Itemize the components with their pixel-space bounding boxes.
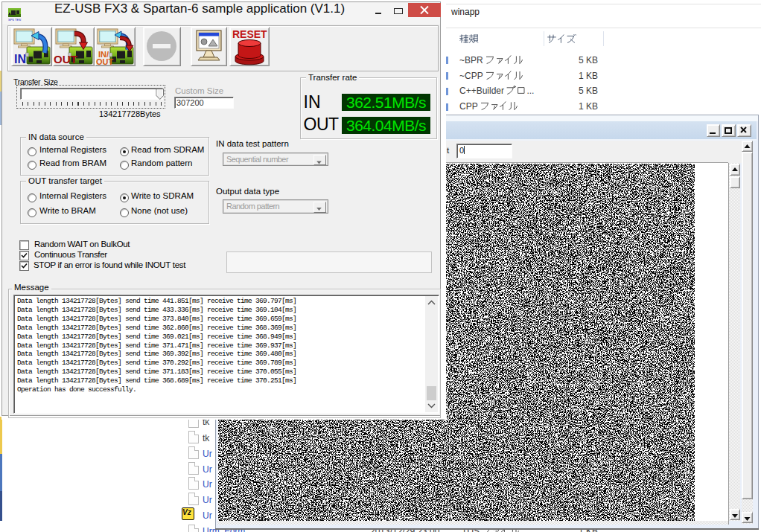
svg-text:OUT: OUT xyxy=(54,53,77,65)
svg-text:SP6 TEST: SP6 TEST xyxy=(8,18,22,22)
svg-text:RESET: RESET xyxy=(232,28,267,40)
svg-text:IN: IN xyxy=(14,53,26,65)
svg-text:OUT: OUT xyxy=(96,57,114,65)
